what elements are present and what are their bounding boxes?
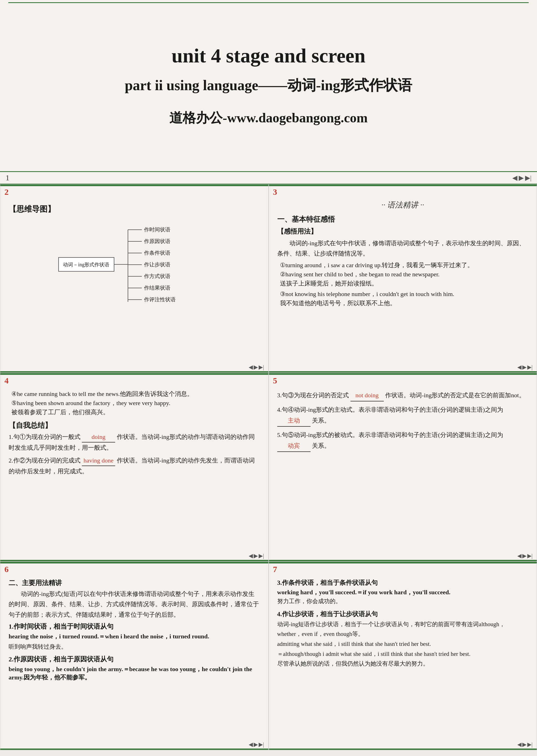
slide7-sub4-ex2: ＝although/though i admit what she said，i… (277, 649, 529, 659)
slide6-next[interactable]: ▶ (254, 741, 258, 748)
slide5-header-bar (269, 373, 537, 375)
page-wrapper: unit 4 stage and screen part ii using la… (0, 0, 537, 750)
slide2-prev[interactable]: ◀ (249, 364, 253, 370)
slide7-nav[interactable]: ◀ ▶ ▶| (517, 741, 533, 748)
slide7-header-bar (269, 562, 537, 564)
grammar-label: ·· 语法精讲 ·· (277, 200, 529, 210)
slide7-prev[interactable]: ◀ (517, 741, 521, 748)
slide6-end[interactable]: ▶| (259, 741, 264, 748)
slide6-sub2-ex: being too young，he couldn't join the arm… (9, 665, 260, 682)
slide3-footer-bar (269, 371, 537, 373)
slide5-item5: 5.句⑤动词-ing形式的被动式。表示非谓语动词和句子的主语(分词的逻辑主语)之… (277, 429, 529, 452)
slide6-prev[interactable]: ◀ (249, 741, 253, 748)
slide1-footer: 1 ◀ ▶ ▶| (0, 172, 537, 184)
slide6-intro: 动词的-ing形式(短语)可以在句中作状语来修饰谓语动词或整个句子，用来表示动作… (9, 589, 260, 620)
slide7-sub4-ex1: admitting what she said，i still think th… (277, 639, 529, 649)
slide3-intro: 动词的-ing形式在句中作状语，修饰谓语动词或整个句子，表示动作发生的时间、原因… (277, 238, 529, 259)
slide5-footer-bar (269, 560, 537, 561)
svg-text:作时间状语: 作时间状语 (144, 227, 170, 232)
slide3-header-bar (269, 184, 537, 186)
slide6-sub1-title: 1.作时间状语，相当于时间状语从句 (9, 622, 260, 631)
svg-text:作原因状语: 作原因状语 (144, 238, 170, 244)
slide3-nav[interactable]: ◀ ▶ ▶| (517, 364, 533, 370)
svg-text:动词－ing形式作状语: 动词－ing形式作状语 (63, 262, 109, 267)
slide6-header-bar (0, 562, 268, 564)
slide6-sub1: 1.作时间状语，相当于时间状语从句 hearing the noise，i tu… (9, 622, 260, 652)
slide6-footer-bar (0, 748, 268, 750)
slide6-num: 6 (4, 565, 9, 574)
slide4-end[interactable]: ▶| (259, 552, 264, 559)
slide5-item4: 4.句④动词-ing形式的主动式。表示非谓语动词和句子的主语(分词的逻辑主语)之… (277, 404, 529, 427)
slide2-footer-bar (0, 371, 268, 373)
slide3-end[interactable]: ▶| (527, 364, 533, 370)
self-summary: 【自我总结】 (9, 420, 260, 430)
slide-3: 3 ·· 语法精讲 ·· 一、基本特征感悟 【感悟用法】 动词的-ing形式在句… (268, 184, 537, 373)
slide2-nav[interactable]: ◀ ▶ ▶| (249, 364, 264, 370)
slide3-ex1: ①turning around，i saw a car driving up.转… (280, 261, 529, 269)
slide7-end[interactable]: ▶| (527, 741, 533, 748)
svg-text:作条件状语: 作条件状语 (144, 250, 170, 256)
mind-map-title: 【思维导图】 (9, 204, 260, 215)
end-arrow[interactable]: ▶| (525, 174, 531, 182)
slide3-ex2cn: 送孩子上床睡觉后，她开始读报纸。 (280, 279, 529, 288)
slide6-sub1-cn: 听到响声我转过身去。 (9, 642, 260, 652)
slide5-next[interactable]: ▶ (522, 552, 526, 559)
slide4-num: 4 (4, 376, 9, 385)
slide2-next[interactable]: ▶ (254, 364, 258, 370)
slide6-nav[interactable]: ◀ ▶ ▶| (249, 741, 264, 748)
slide5-end[interactable]: ▶| (527, 552, 533, 559)
slide1-pagenum: 1 (6, 174, 10, 182)
slide5-item3: 3.句③为现在分词的否定式 not doing 作状语。动词-ing形式的否定式… (277, 390, 529, 401)
slide4-fill1: doing (82, 432, 115, 443)
slide2-end[interactable]: ▶| (259, 364, 264, 370)
slide5-nav[interactable]: ◀ ▶ ▶| (517, 552, 533, 559)
slide-6: 6 二、主要用法精讲 动词的-ing形式(短语)可以在句中作状语来修饰谓语动词或… (0, 562, 268, 750)
slide3-ex3: ③not knowing his telephone number，i coul… (280, 290, 529, 298)
slide4-ex5: ⑤having been shown around the factory，th… (11, 399, 260, 407)
slide4-header-bar (0, 373, 268, 375)
slide1-nav[interactable]: ◀ ▶ ▶| (512, 174, 531, 182)
slides-grid: 2 【思维导图】 动词－ing形式作状语 (0, 184, 537, 750)
slide-2: 2 【思维导图】 动词－ing形式作状语 (0, 184, 268, 373)
svg-text:作让步状语: 作让步状语 (144, 261, 170, 267)
slide7-sub3-title: 3.作条件状语，相当于条件状语从句 (277, 578, 529, 587)
slide3-ex3cn: 我不知道他的电话号号，所以联系不上他。 (280, 299, 529, 307)
slide5-fill5: 动宾 (277, 440, 310, 452)
slide-5: 5 3.句③为现在分词的否定式 not doing 作状语。动词-ing形式的否… (268, 373, 537, 562)
bracket1-title: 【感悟用法】 (277, 227, 529, 236)
slide4-nav[interactable]: ◀ ▶ ▶| (249, 552, 264, 559)
slide-4: 4 ④he came running back to tell me the n… (0, 373, 268, 562)
svg-text:作评注性状语: 作评注性状语 (144, 297, 176, 302)
slide4-prev[interactable]: ◀ (249, 552, 253, 559)
slide4-ex5cn: 被领着参观了工厂后，他们很高兴。 (11, 408, 260, 417)
slide4-item2: 2.作②为现在分词的完成式 having done 作状语。当动词-ing形式的… (9, 455, 260, 477)
slide6-sub2: 2.作原因状语，相当于原因状语从句 being too young，he cou… (9, 655, 260, 682)
slide7-sub4-intro: 动词-ing短语作让步状语，相当于一个让步状语从句，有时它的前面可带有连词alt… (277, 619, 529, 639)
website-label: 道格办公-www.daogebangong.com (169, 109, 368, 127)
slide7-next[interactable]: ▶ (522, 741, 526, 748)
slide3-num: 3 (273, 187, 277, 197)
slide6-sub1-ex: hearing the noise，i turned round.＝when i… (9, 632, 260, 641)
slide7-sub4-cn: 尽管承认她所说的话，但我仍然认为她没有尽最大的努力。 (277, 659, 529, 669)
slide7-sub4-title: 4.作让步状语，相当于让步状语从句 (277, 610, 529, 618)
slide5-prev[interactable]: ◀ (517, 552, 521, 559)
slide5-num: 5 (273, 376, 277, 385)
slide7-num: 7 (273, 565, 277, 574)
slide4-ex4: ④he came running back to tell me the new… (11, 390, 260, 398)
slide7-sub3-ex: working hard，you'll succeed.＝if you work… (277, 588, 529, 596)
slide6-section2: 二、主要用法精讲 (9, 578, 260, 587)
slide7-sub3: 3.作条件状语，相当于条件状语从句 working hard，you'll su… (277, 578, 529, 607)
slide7-sub3-cn: 努力工作，你会成功的。 (277, 596, 529, 607)
slide3-next[interactable]: ▶ (522, 364, 526, 370)
slide4-item1: 1.句①为现在分词的一般式 doing 作状语。当动词-ing形式的动作与谓语动… (9, 432, 260, 453)
slide3-prev[interactable]: ◀ (517, 364, 521, 370)
slide4-footer-bar (0, 560, 268, 561)
next-arrow[interactable]: ▶ (519, 174, 524, 182)
section1-heading: 一、基本特征感悟 (277, 215, 529, 224)
prev-arrow[interactable]: ◀ (512, 174, 517, 182)
slide6-sub2-title: 2.作原因状语，相当于原因状语从句 (9, 655, 260, 664)
slide4-next[interactable]: ▶ (254, 552, 258, 559)
svg-text:作方式状语: 作方式状语 (144, 273, 170, 279)
part-title: part ii using language——动词-ing形式作状语 (125, 76, 412, 95)
svg-text:作结果状语: 作结果状语 (144, 285, 170, 291)
